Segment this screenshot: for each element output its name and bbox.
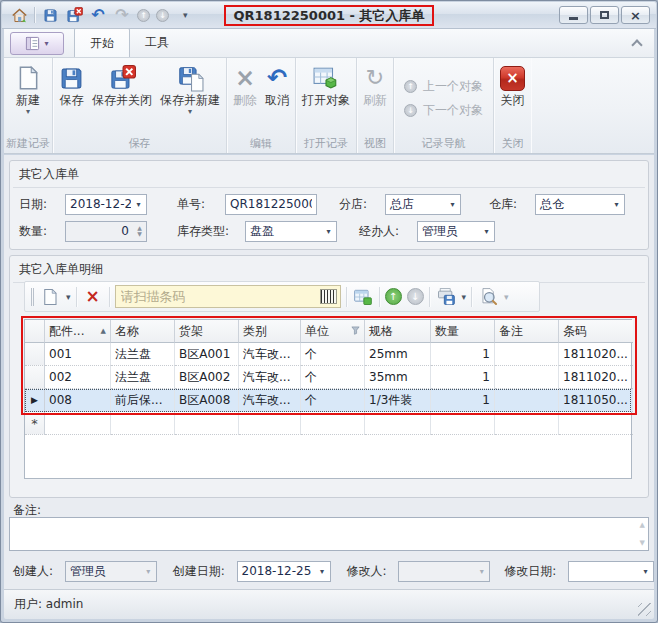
date-combobox[interactable]: 2018-12-25 ▾ bbox=[65, 194, 147, 215]
barcode-icon[interactable] bbox=[320, 289, 337, 304]
toolbar-grip[interactable] bbox=[31, 288, 34, 306]
table-cell[interactable]: 个 bbox=[301, 343, 365, 366]
scroll-up-icon[interactable]: ▲ bbox=[640, 521, 645, 529]
previous-object-button[interactable]: ↑ 上一个对象 bbox=[404, 78, 483, 95]
table-cell[interactable]: 1 bbox=[431, 366, 495, 389]
table-cell[interactable]: 1811020... bbox=[559, 366, 633, 389]
preview-icon[interactable] bbox=[477, 286, 499, 308]
table-cell[interactable]: B区A001 bbox=[175, 343, 239, 366]
barcode-input[interactable] bbox=[116, 289, 320, 304]
chevron-down-icon[interactable]: ▾ bbox=[479, 222, 494, 241]
close-window-button[interactable]: × bbox=[621, 6, 650, 24]
refresh-button[interactable]: ↻ 刷新 bbox=[359, 60, 391, 109]
column-header-shelf[interactable]: 货架 bbox=[175, 320, 239, 343]
table-cell[interactable]: 个 bbox=[301, 389, 365, 412]
prev-record-icon[interactable]: ↑ bbox=[137, 9, 150, 22]
table-cell[interactable] bbox=[175, 412, 239, 435]
save-and-close-button[interactable]: 保存并关闭 bbox=[88, 60, 156, 109]
save-close-icon[interactable] bbox=[65, 6, 83, 24]
remarks-textarea[interactable]: ▲ ▼ bbox=[9, 517, 649, 551]
home-icon[interactable] bbox=[10, 6, 28, 24]
save-icon[interactable] bbox=[41, 6, 59, 24]
table-row[interactable]: 002 法兰盘 B区A002 汽车改... 个 35mm 1 1811020..… bbox=[25, 366, 631, 389]
scroll-down-icon[interactable]: ▼ bbox=[640, 539, 645, 547]
table-cell[interactable]: 1 bbox=[431, 343, 495, 366]
column-header-part[interactable]: 配件...▲ bbox=[45, 320, 111, 343]
table-cell[interactable]: 汽车改... bbox=[239, 389, 301, 412]
chevron-down-icon[interactable]: ▾ bbox=[474, 562, 489, 581]
warehouse-combobox[interactable]: 总仓 ▾ bbox=[535, 194, 625, 215]
row-selector[interactable] bbox=[25, 366, 45, 389]
open-object-button[interactable]: 打开对象 bbox=[298, 60, 354, 109]
filter-icon[interactable] bbox=[351, 326, 360, 337]
stocktype-combobox[interactable]: 盘盈 ▾ bbox=[245, 221, 337, 242]
table-cell[interactable]: 法兰盘 bbox=[111, 343, 175, 366]
column-header-remark[interactable]: 备注 bbox=[495, 320, 559, 343]
creator-combobox[interactable]: 管理员 ▾ bbox=[65, 561, 157, 582]
chevron-down-icon[interactable]: ▾ bbox=[609, 195, 624, 214]
chevron-down-icon[interactable]: ▾ bbox=[321, 222, 336, 241]
next-record-icon[interactable]: ↓ bbox=[156, 9, 169, 22]
collapse-ribbon-icon[interactable] bbox=[633, 41, 642, 48]
move-up-icon[interactable]: ↑ bbox=[385, 288, 402, 305]
modifier-combobox[interactable]: ▾ bbox=[398, 561, 490, 582]
qty-spinner[interactable]: 0 ▲▼ bbox=[65, 221, 147, 242]
table-cell[interactable] bbox=[365, 412, 431, 435]
table-cell[interactable] bbox=[495, 343, 559, 366]
select-parts-icon[interactable] bbox=[352, 286, 374, 308]
table-cell[interactable]: 1 bbox=[431, 389, 495, 412]
minimize-button[interactable] bbox=[559, 6, 588, 24]
chevron-down-icon[interactable]: ▾ bbox=[131, 195, 146, 214]
table-cell[interactable]: 008 bbox=[45, 389, 111, 412]
table-cell[interactable] bbox=[111, 412, 175, 435]
column-header-category[interactable]: 类别 bbox=[239, 320, 301, 343]
export-icon[interactable] bbox=[435, 286, 457, 308]
column-header-unit[interactable]: 单位 bbox=[301, 320, 365, 343]
modified-date-combobox[interactable]: ▾ bbox=[568, 561, 654, 582]
delete-row-icon[interactable]: × bbox=[82, 286, 104, 308]
table-cell[interactable]: 个 bbox=[301, 366, 365, 389]
table-row[interactable]: 001 法兰盘 B区A001 汽车改... 个 25mm 1 1811020..… bbox=[25, 343, 631, 366]
cancel-button[interactable]: ↶ 取消 bbox=[261, 60, 293, 109]
handler-combobox[interactable]: 管理员 ▾ bbox=[417, 221, 495, 242]
table-cell[interactable]: 1/3件装 bbox=[365, 389, 431, 412]
tab-home[interactable]: 开始 bbox=[74, 28, 130, 58]
column-header-spec[interactable]: 规格 bbox=[365, 320, 431, 343]
table-cell[interactable] bbox=[431, 412, 495, 435]
table-cell[interactable]: 汽车改... bbox=[239, 343, 301, 366]
table-cell[interactable] bbox=[559, 412, 633, 435]
table-cell[interactable]: B区A002 bbox=[175, 366, 239, 389]
delete-button[interactable]: × 删除 bbox=[229, 60, 261, 109]
table-cell[interactable] bbox=[495, 412, 559, 435]
table-cell[interactable]: 25mm bbox=[365, 343, 431, 366]
orderno-field[interactable] bbox=[225, 194, 317, 215]
created-date-combobox[interactable]: 2018-12-25 ▾ bbox=[237, 561, 331, 582]
undo-icon[interactable]: ↶ bbox=[89, 6, 107, 24]
chevron-down-icon[interactable]: ▾ bbox=[315, 562, 330, 581]
add-row-icon[interactable] bbox=[39, 286, 61, 308]
branch-combobox[interactable]: 总店 ▾ bbox=[385, 194, 461, 215]
row-selector[interactable] bbox=[25, 343, 45, 366]
column-header-qty[interactable]: 数量 bbox=[431, 320, 495, 343]
chevron-down-icon[interactable]: ▾ bbox=[638, 562, 653, 581]
export-dropdown-icon[interactable]: ▾ bbox=[462, 292, 467, 302]
chevron-down-icon[interactable]: ▾ bbox=[141, 562, 156, 581]
maximize-button[interactable] bbox=[590, 6, 619, 24]
save-and-new-button[interactable]: 保存并新建 ▾ bbox=[156, 60, 224, 116]
next-object-button[interactable]: ↓ 下一个对象 bbox=[404, 102, 483, 119]
table-new-row[interactable]: * bbox=[25, 412, 631, 435]
customize-qat-dropdown-icon[interactable]: ▾ bbox=[183, 10, 188, 20]
column-header-barcode[interactable]: 条码 bbox=[559, 320, 633, 343]
app-menu-button[interactable]: ▾ bbox=[10, 32, 64, 55]
table-row-selected[interactable]: ▶ 008 前后保... B区A008 汽车改... 个 1/3件装 1 181… bbox=[25, 389, 631, 412]
table-cell[interactable]: 法兰盘 bbox=[111, 366, 175, 389]
table-cell[interactable] bbox=[239, 412, 301, 435]
table-cell[interactable]: 001 bbox=[45, 343, 111, 366]
tab-tools[interactable]: 工具 bbox=[130, 28, 184, 57]
table-cell[interactable]: 前后保... bbox=[111, 389, 175, 412]
spinner-arrows-icon[interactable]: ▲▼ bbox=[133, 225, 146, 237]
chevron-down-icon[interactable]: ▾ bbox=[445, 195, 460, 214]
table-cell[interactable]: 1811050... bbox=[559, 389, 633, 412]
resize-grip[interactable] bbox=[638, 603, 651, 616]
table-cell[interactable]: B区A008 bbox=[175, 389, 239, 412]
